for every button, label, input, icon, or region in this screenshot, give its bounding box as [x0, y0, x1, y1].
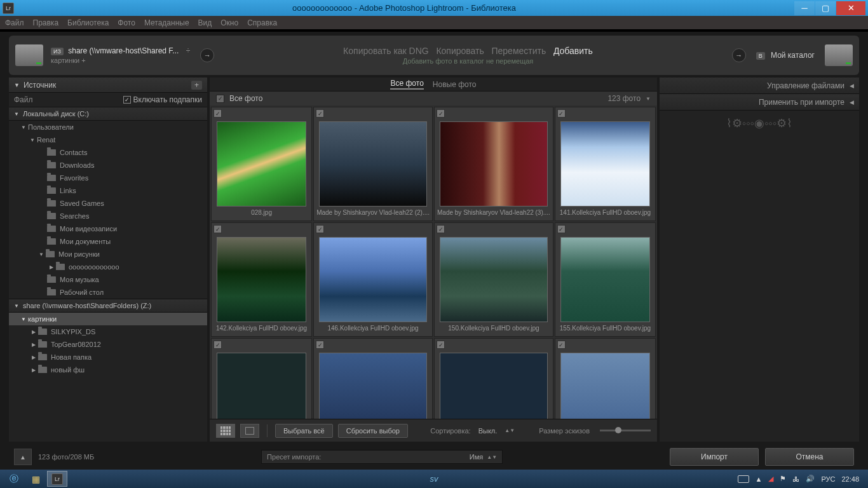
menu-metadata[interactable]: Метаданные [144, 18, 189, 27]
thumb-cell[interactable]: ✓150.Kollekciya FullHD oboev.jpg [434, 222, 553, 337]
thumb-checkbox[interactable]: ✓ [437, 341, 445, 349]
source-panel: ▼ Источник + Файл ✓ Включать подпапки ▼ … [9, 78, 207, 442]
tree-folder[interactable]: Favorites [9, 172, 207, 184]
thumb-cell[interactable]: ✓ [313, 338, 433, 419]
tree-folder[interactable]: ▶Новая папка [9, 351, 207, 363]
thumb-cell[interactable]: ✓142.Kollekciya FullHD oboev.jpg [211, 222, 312, 337]
tree-z-pictures[interactable]: ▼картинки [9, 313, 207, 325]
deselect-all-button[interactable]: Сбросить выбор [338, 424, 408, 438]
thumb-checkbox[interactable]: ✓ [557, 341, 566, 349]
view-grid-button[interactable] [216, 424, 235, 438]
thumb-checkbox[interactable]: ✓ [437, 109, 445, 118]
thumb-checkbox[interactable]: ✓ [316, 109, 324, 118]
destination-selector[interactable]: В Мой каталог [756, 51, 815, 60]
thumb-cell[interactable]: ✓028.jpg [211, 107, 312, 221]
menu-view[interactable]: Вид [198, 18, 212, 27]
tray-flag-icon[interactable]: ⚑ [780, 475, 786, 483]
taskbar-explorer-icon[interactable]: ▦ [25, 471, 46, 487]
sort-value[interactable]: Выкл. [478, 427, 498, 435]
tree-folder[interactable]: Searches [9, 210, 207, 222]
op-copy[interactable]: Копировать [436, 46, 484, 56]
op-add[interactable]: Добавить [553, 46, 593, 56]
op-move[interactable]: Переместить [491, 46, 546, 56]
tree-my-pictures[interactable]: ▼Мои рисунки [9, 248, 207, 261]
import-preset-selector[interactable]: Пресет импорта: Имя ▲▼ [261, 450, 503, 464]
thumb-cell[interactable]: ✓ [211, 338, 312, 419]
thumb-cell[interactable]: ✓Made by Shishkaryov Vlad-leah22 (3).... [434, 107, 553, 221]
tree-folder[interactable]: ▶TopGear082012 [9, 338, 207, 351]
tree-folder[interactable]: Contacts [9, 146, 207, 159]
window-close-button[interactable]: ✕ [836, 1, 865, 15]
expand-filmstrip-button[interactable]: ▲ [14, 449, 32, 465]
thumb-cell[interactable]: ✓146.Kollekciya FullHD oboev.jpg [313, 222, 433, 337]
thumb-cell[interactable]: ✓ [555, 338, 656, 419]
menu-library[interactable]: Библиотека [67, 18, 109, 27]
thumbnail-image [217, 121, 306, 207]
tray-network-icon[interactable]: 🖧 [792, 475, 799, 483]
dest-arrow-icon[interactable]: → [732, 48, 746, 62]
slider-handle[interactable] [615, 427, 621, 433]
tab-all-photos[interactable]: Все фото [390, 79, 423, 90]
add-source-button[interactable]: + [191, 81, 202, 90]
tree-users[interactable]: ▼Пользователи [9, 121, 207, 133]
drive-c-row[interactable]: ▼ Локальный диск (C:) [9, 107, 207, 121]
thumb-cell[interactable]: ✓Made by Shishkaryov Vlad-leah22 (2).... [313, 107, 433, 221]
apply-during-import-header[interactable]: Применить при импорте◀ [660, 94, 859, 111]
tray-volume-icon[interactable]: 🔊 [806, 475, 815, 483]
tree-folder[interactable]: Мои документы [9, 235, 207, 248]
tray-clock[interactable]: 22:48 [841, 475, 859, 483]
select-all-button[interactable]: Выбрать всё [275, 424, 333, 438]
tree-subpics[interactable]: ▶ooooooooooooo [9, 261, 207, 273]
tree-folder[interactable]: Links [9, 184, 207, 197]
menu-edit[interactable]: Правка [33, 18, 59, 27]
view-single-button[interactable] [240, 424, 259, 438]
tree-user[interactable]: ▼Renat [9, 133, 207, 146]
file-handling-header[interactable]: Управление файлами◀ [660, 78, 859, 94]
tree-folder[interactable]: Downloads [9, 159, 207, 172]
thumb-cell[interactable]: ✓ [434, 338, 553, 419]
menu-help[interactable]: Справка [247, 18, 277, 27]
tray-language[interactable]: РУС [821, 475, 835, 483]
tab-new-photos[interactable]: Новые фото [433, 80, 477, 89]
tree-folder[interactable]: Saved Games [9, 197, 207, 210]
window-minimize-button[interactable]: ─ [794, 1, 815, 15]
tree-folder[interactable]: ▶SILKYPIX_DS [9, 325, 207, 338]
taskbar-ie-icon[interactable]: ⓔ [4, 471, 24, 487]
tree-folder[interactable]: ▶новый фш [9, 363, 207, 376]
menu-file[interactable]: Файл [5, 18, 24, 27]
source-selector[interactable]: ИЗ share (\\vmware-host\Shared F... ÷ [51, 46, 190, 55]
tree-folder[interactable]: Мои видеозаписи [9, 222, 207, 235]
op-copy-dng[interactable]: Копировать как DNG [343, 46, 429, 56]
thumb-cell[interactable]: ✓141.Kollekciya FullHD oboev.jpg [555, 107, 656, 221]
tree-folder[interactable]: Рабочий стол [9, 286, 207, 299]
select-all-checkbox[interactable]: ✓ [216, 95, 224, 103]
thumb-checkbox[interactable]: ✓ [437, 225, 445, 233]
thumb-checkbox[interactable]: ✓ [557, 225, 566, 233]
source-panel-header[interactable]: ▼ Источник + [9, 78, 207, 93]
thumb-checkbox[interactable]: ✓ [557, 109, 566, 118]
thumb-checkbox[interactable]: ✓ [316, 225, 324, 233]
thumb-checkbox[interactable]: ✓ [316, 341, 324, 349]
sort-dropdown-icon[interactable]: ▲▼ [505, 428, 515, 433]
source-dropdown-icon[interactable]: ÷ [186, 46, 191, 55]
thumb-cell[interactable]: ✓155.Kollekciya FullHD oboev.jpg [555, 222, 656, 337]
drive-z-row[interactable]: ▼share (\\vmware-host\SharedFolders) (Z:… [9, 299, 207, 313]
thumb-checkbox[interactable]: ✓ [214, 109, 222, 118]
tray-keyboard-icon[interactable] [738, 475, 749, 483]
thumb-size-slider[interactable] [600, 430, 651, 431]
source-arrow-icon[interactable]: → [200, 48, 214, 62]
count-dropdown-icon[interactable]: ▼ [646, 96, 651, 102]
preset-dropdown-icon[interactable]: ▲▼ [487, 454, 497, 460]
tray-chevron-up-icon[interactable]: ▲ [756, 475, 763, 483]
tree-folder[interactable]: Моя музыка [9, 273, 207, 286]
window-maximize-button[interactable]: ▢ [815, 1, 836, 15]
import-button[interactable]: Импорт [670, 448, 759, 466]
menu-photo[interactable]: Фото [118, 18, 135, 27]
menu-window[interactable]: Окно [220, 18, 238, 27]
taskbar-lightroom-icon[interactable]: Lr [47, 471, 67, 487]
include-subfolders-toggle[interactable]: ✓ Включать подпапки [123, 95, 202, 104]
thumb-checkbox[interactable]: ✓ [214, 341, 222, 349]
tray-security-icon[interactable]: ◢ [768, 475, 773, 483]
cancel-button[interactable]: Отмена [765, 448, 854, 466]
thumb-checkbox[interactable]: ✓ [214, 225, 222, 233]
